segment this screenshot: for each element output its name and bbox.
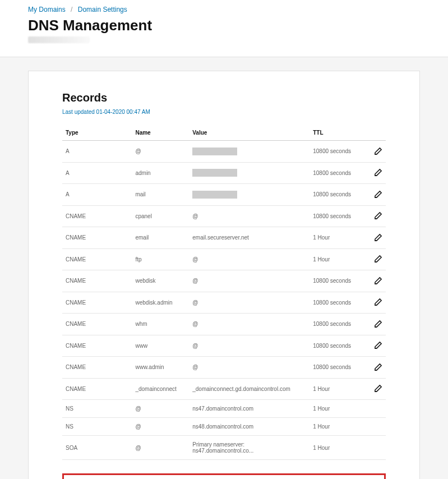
redacted-value	[192, 169, 237, 177]
cell-value: @	[189, 357, 310, 379]
breadcrumb-domain-settings[interactable]: Domain Settings	[78, 6, 127, 13]
col-ttl: TTL	[310, 125, 367, 141]
col-edit	[367, 125, 386, 141]
cell-edit	[367, 314, 386, 335]
edit-icon[interactable]	[373, 384, 382, 393]
cell-edit	[367, 400, 386, 418]
cell-name: email	[132, 227, 189, 249]
edit-icon[interactable]	[373, 319, 382, 328]
table-row: A@10800 seconds	[62, 141, 386, 163]
edit-icon[interactable]	[373, 233, 382, 242]
breadcrumb: My Domains / Domain Settings	[28, 6, 420, 13]
domain-name-redacted	[28, 36, 90, 43]
cell-type: CNAME	[62, 292, 132, 314]
cell-type: CNAME	[62, 378, 132, 400]
cell-edit	[367, 248, 386, 270]
breadcrumb-my-domains[interactable]: My Domains	[28, 6, 66, 13]
table-row: NS@ns48.domaincontrol.com1 Hour	[62, 418, 386, 436]
cell-value: _domainconnect.gd.domaincontrol.com	[189, 378, 310, 400]
records-table: Type Name Value TTL A@10800 secondsAadmi…	[62, 125, 386, 460]
edit-icon[interactable]	[373, 255, 382, 264]
cell-value: ns48.domaincontrol.com	[189, 418, 310, 436]
cell-edit	[367, 162, 386, 184]
cell-type: A	[62, 184, 132, 206]
cell-ttl: 1 Hour	[310, 418, 367, 436]
cell-ttl: 1 Hour	[310, 436, 367, 460]
cell-edit	[367, 436, 386, 460]
cell-edit	[367, 292, 386, 314]
cell-name: www.admin	[132, 357, 189, 379]
cell-type: NS	[62, 418, 132, 436]
table-row: CNAMEwhm@10800 seconds	[62, 314, 386, 335]
cell-value: @	[189, 292, 310, 314]
cell-type: CNAME	[62, 205, 132, 227]
edit-icon[interactable]	[373, 298, 382, 307]
cell-ttl: 10800 seconds	[310, 357, 367, 379]
cell-ttl: 10800 seconds	[310, 314, 367, 335]
cell-edit	[367, 205, 386, 227]
cell-type: CNAME	[62, 227, 132, 249]
cell-name: ftp	[132, 248, 189, 270]
cell-value: Primary nameserver: ns47.domaincontrol.c…	[189, 436, 310, 460]
cell-ttl: 10800 seconds	[310, 141, 367, 163]
cell-type: A	[62, 162, 132, 184]
cell-ttl: 1 Hour	[310, 378, 367, 400]
cell-value: @	[189, 335, 310, 357]
cell-ttl: 1 Hour	[310, 400, 367, 418]
cell-edit	[367, 418, 386, 436]
records-card: Records Last updated 01-04-2020 00:47 AM…	[28, 71, 420, 479]
cell-name: whm	[132, 314, 189, 335]
cell-type: NS	[62, 400, 132, 418]
cell-ttl: 10800 seconds	[310, 270, 367, 292]
last-updated: Last updated 01-04-2020 00:47 AM	[62, 109, 386, 115]
cell-edit	[367, 270, 386, 292]
page-title: DNS Management	[28, 17, 420, 34]
cell-edit	[367, 335, 386, 357]
page-header: My Domains / Domain Settings DNS Managem…	[0, 0, 448, 57]
add-record-form: Type* A Host* Points to*	[62, 473, 386, 479]
cell-ttl: 1 Hour	[310, 248, 367, 270]
edit-icon[interactable]	[373, 211, 382, 220]
table-row: CNAMEwebdisk@10800 seconds	[62, 270, 386, 292]
edit-icon[interactable]	[373, 276, 382, 285]
edit-icon[interactable]	[373, 362, 382, 371]
cell-name: @	[132, 400, 189, 418]
table-row: CNAMEwww@10800 seconds	[62, 335, 386, 357]
cell-name: www	[132, 335, 189, 357]
col-name: Name	[132, 125, 189, 141]
cell-value: @	[189, 205, 310, 227]
breadcrumb-separator: /	[71, 6, 72, 13]
cell-name: @	[132, 436, 189, 460]
cell-type: CNAME	[62, 357, 132, 379]
cell-name: mail	[132, 184, 189, 206]
table-row: CNAMEwww.admin@10800 seconds	[62, 357, 386, 379]
cell-edit	[367, 378, 386, 400]
cell-name: @	[132, 141, 189, 163]
table-row: CNAMEemailemail.secureserver.net1 Hour	[62, 227, 386, 249]
edit-icon[interactable]	[373, 190, 382, 199]
cell-value: @	[189, 314, 310, 335]
cell-edit	[367, 184, 386, 206]
cell-edit	[367, 227, 386, 249]
cell-ttl: 10800 seconds	[310, 335, 367, 357]
cell-name: @	[132, 418, 189, 436]
cell-name: admin	[132, 162, 189, 184]
records-title: Records	[62, 91, 386, 104]
table-row: CNAME_domainconnect_domainconnect.gd.dom…	[62, 378, 386, 400]
cell-value: ns47.domaincontrol.com	[189, 400, 310, 418]
edit-icon[interactable]	[373, 341, 382, 350]
cell-name: webdisk.admin	[132, 292, 189, 314]
cell-type: A	[62, 141, 132, 163]
cell-value: email.secureserver.net	[189, 227, 310, 249]
cell-type: CNAME	[62, 248, 132, 270]
cell-value: @	[189, 248, 310, 270]
edit-icon[interactable]	[373, 168, 382, 177]
cell-ttl: 1 Hour	[310, 227, 367, 249]
table-row: CNAMEwebdisk.admin@10800 seconds	[62, 292, 386, 314]
cell-ttl: 10800 seconds	[310, 184, 367, 206]
cell-value	[189, 162, 310, 184]
cell-ttl: 10800 seconds	[310, 205, 367, 227]
edit-icon[interactable]	[373, 146, 382, 155]
cell-name: cpanel	[132, 205, 189, 227]
cell-name: _domainconnect	[132, 378, 189, 400]
